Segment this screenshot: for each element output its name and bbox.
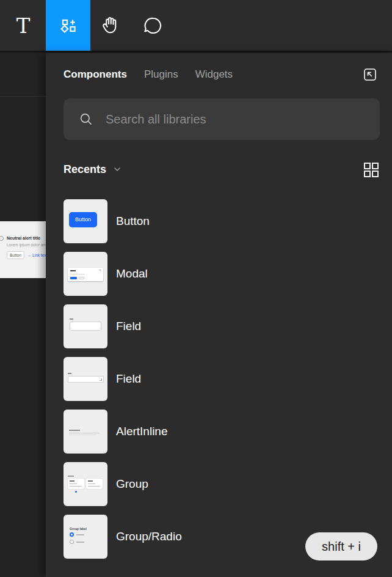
item-label: Field [116, 372, 141, 386]
tab-plugins[interactable]: Plugins [144, 68, 178, 81]
search-bar[interactable] [64, 98, 380, 140]
button-thumbnail: Button [64, 199, 107, 243]
alert-preview-button: Button [7, 251, 24, 259]
alert-preview-title: Neutral alert title [7, 236, 46, 240]
comment-tool-icon [142, 15, 164, 37]
item-label: Modal [116, 267, 148, 281]
item-label: AlertInline [116, 425, 168, 438]
hand-tool-icon [100, 15, 122, 37]
canvas-area[interactable]: Neutral alert title Lorem ipsum dolor am… [0, 53, 46, 577]
thumb-field-preview [70, 322, 101, 331]
field-thumbnail [64, 357, 107, 401]
radio-unselected-icon [70, 540, 74, 544]
open-in-window-icon [361, 66, 379, 83]
tab-widgets[interactable]: Widgets [195, 68, 233, 81]
canvas-alert-preview[interactable]: Neutral alert title Lorem ipsum dolor am… [0, 221, 46, 278]
group-thumbnail [64, 462, 107, 506]
thumb-field-label [68, 373, 71, 374]
thumb-group-label: Group label [70, 527, 87, 531]
components-tool-icon [58, 15, 79, 36]
panel-tabs: Components Plugins Widgets [46, 53, 392, 96]
list-item-modal[interactable]: Modal [64, 252, 392, 296]
alert-preview-description: Lorem ipsum dolor amet conse [7, 243, 46, 247]
components-panel: Components Plugins Widgets Recents [46, 53, 392, 577]
comment-tool-button[interactable] [136, 0, 170, 51]
canvas-frame-edge [0, 96, 46, 97]
search-icon [78, 111, 94, 127]
thumb-button-preview: Button [69, 212, 97, 227]
item-label: Group [116, 477, 148, 491]
info-icon [0, 236, 4, 241]
item-label: Button [116, 215, 150, 228]
thumb-field-label [70, 318, 73, 320]
tab-components[interactable]: Components [64, 68, 127, 81]
chevron-down-icon[interactable] [112, 164, 122, 174]
item-label: Field [116, 320, 141, 333]
thumb-modal-preview [68, 268, 103, 281]
text-tool-icon: T [16, 15, 31, 36]
list-item-alertinline[interactable]: AlertInline [64, 410, 392, 454]
recents-title: Recents [64, 163, 106, 176]
hand-tool-button[interactable] [93, 0, 128, 51]
item-label: Group/Radio [116, 530, 182, 543]
list-item-field-2[interactable]: Field [64, 357, 392, 401]
recents-header: Recents [64, 160, 380, 178]
list-item-button[interactable]: Button Button [64, 199, 392, 243]
components-tool-button[interactable] [46, 0, 90, 51]
grid-view-icon[interactable] [362, 161, 380, 178]
shortcut-hint-badge: shift + i [305, 532, 377, 560]
recents-list: Button Button Modal Field [64, 199, 392, 559]
alert-preview-link: → Link text [27, 253, 46, 257]
open-in-window-button[interactable] [360, 65, 380, 84]
radio-selected-icon [70, 532, 74, 537]
thumb-field-preview [68, 376, 104, 383]
list-item-group[interactable]: Group [64, 462, 392, 506]
group-radio-thumbnail: Group label [64, 515, 107, 559]
modal-thumbnail [64, 252, 107, 296]
field-thumbnail [64, 304, 107, 348]
alertinline-thumbnail [64, 410, 107, 454]
toolbar: T [0, 0, 392, 52]
list-item-field[interactable]: Field [64, 304, 392, 348]
search-input[interactable] [106, 112, 368, 127]
text-tool-button[interactable]: T [6, 0, 40, 51]
